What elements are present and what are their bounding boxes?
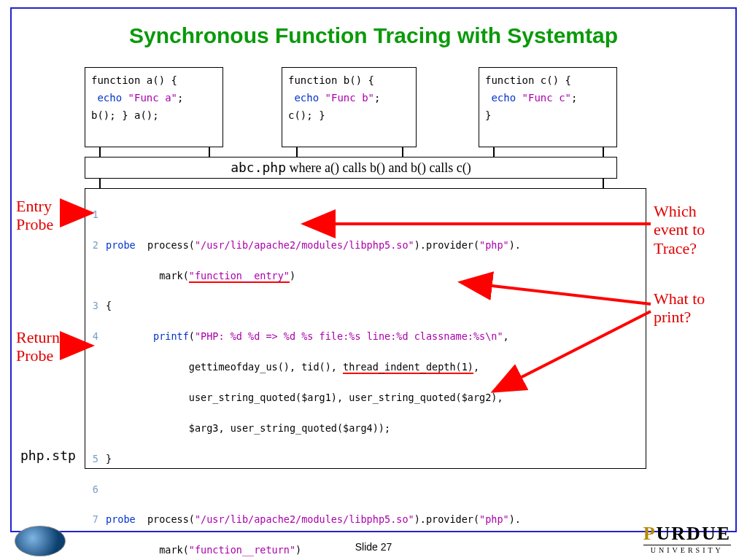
ln: 4 [85, 329, 106, 344]
slide-number: Slide 27 [0, 541, 747, 553]
t: function [91, 74, 140, 86]
caption-mono: abc.php [231, 160, 286, 175]
t: ) [290, 270, 295, 281]
t: ; [374, 92, 380, 104]
t: a() { [140, 74, 177, 86]
code-function-a: function a() { echo "Func a"; b(); } a()… [85, 67, 223, 147]
ln: 5 [85, 451, 106, 467]
ln [85, 390, 106, 405]
dcsl-logo [15, 526, 66, 556]
ln: 7 [85, 512, 106, 527]
t: "/usr/lib/apache2/modules/libphp5.so" [195, 513, 414, 525]
connector [493, 147, 495, 158]
t: function [288, 74, 337, 86]
slide-frame: Synchronous Function Tracing with System… [10, 7, 737, 532]
t: print? [654, 308, 691, 326]
label-return-probe: Return Probe [16, 328, 60, 365]
t: echo [491, 92, 516, 104]
t: process( [136, 239, 195, 251]
slide-title: Synchronous Function Tracing with System… [12, 23, 735, 48]
t: user_string_quoted($arg1), user_string_q… [106, 392, 503, 403]
t: process( [136, 513, 195, 525]
t: event to [654, 220, 705, 238]
ln: 2 [85, 238, 106, 253]
connector [402, 147, 403, 158]
caption-rest: where a() calls b() and b() calls c() [286, 160, 471, 175]
t: , [473, 361, 479, 373]
t: ).provider( [414, 239, 479, 251]
t: Trace? [654, 239, 697, 257]
t: { [106, 300, 112, 311]
ln: 3 [85, 298, 106, 314]
t: "php" [479, 513, 509, 525]
t: Probe [16, 215, 53, 233]
ln: 6 [85, 482, 106, 497]
label-what-to-print: What to print? [654, 289, 705, 327]
t: Return [16, 328, 60, 346]
t: What to [654, 289, 705, 308]
connector [99, 179, 101, 189]
t: echo [294, 92, 319, 104]
ln [85, 268, 106, 284]
caption-box: abc.php where a() calls b() and b() call… [85, 157, 617, 179]
t: ). [509, 513, 521, 525]
code-function-b: function b() { echo "Func b"; c(); } [282, 67, 417, 147]
connector [603, 147, 604, 158]
t: Entry [16, 197, 52, 215]
t: echo [97, 92, 122, 104]
t: c(); } [288, 109, 325, 121]
t: ; [571, 92, 577, 104]
stap-listing-box: 1 2probe process("/usr/lib/apache2/modul… [85, 188, 646, 469]
t: probe [106, 239, 136, 251]
t: ). [509, 239, 521, 251]
t: "php" [479, 239, 509, 251]
t: "/usr/lib/apache2/modules/libphp5.so" [195, 239, 414, 251]
stap-listing: 1 2probe process("/usr/lib/apache2/modul… [85, 189, 646, 560]
t: printf [106, 330, 189, 342]
t: UNIVERSITY [643, 545, 731, 554]
label-which-event: Which event to Trace? [654, 202, 705, 257]
t: } [106, 453, 112, 464]
t: P [643, 523, 657, 544]
purdue-logo: PURDUE UNIVERSITY [643, 524, 731, 554]
t: ; [177, 92, 183, 104]
t: function [485, 74, 534, 86]
connector [603, 179, 604, 189]
connector [99, 147, 101, 158]
t: b() { [337, 74, 374, 86]
t: , [503, 330, 509, 342]
ln [85, 421, 106, 436]
t: "Func a" [122, 92, 177, 104]
mark-entry: "function__entry" [189, 270, 290, 283]
t: } [485, 109, 491, 121]
thread-indent-1: thread_indent_depth(1) [343, 361, 473, 374]
t: ( [189, 330, 195, 342]
label-php-stp: php.stp [20, 448, 76, 463]
t: ).provider( [414, 513, 479, 525]
t: b(); } a(); [91, 109, 159, 121]
connector [209, 147, 210, 158]
t: gettimeofday_us(), tid(), [106, 361, 343, 373]
t: mark( [106, 270, 189, 281]
code-function-c: function c() { echo "Func c"; } [479, 67, 617, 147]
t: $arg3, user_string_quoted($arg4)); [106, 422, 390, 434]
ln: 1 [85, 207, 106, 222]
t: probe [106, 513, 136, 525]
label-entry-probe: Entry Probe [16, 197, 53, 234]
t: Probe [16, 346, 53, 365]
ln [85, 359, 106, 375]
t: Which [654, 202, 697, 220]
t: "Func b" [319, 92, 374, 104]
t: "Func c" [516, 92, 571, 104]
t: URDUE [657, 523, 731, 544]
t: c() { [534, 74, 571, 86]
t: "PHP: %d %d => %d %s file:%s line:%d cla… [195, 330, 503, 342]
connector [296, 147, 298, 158]
